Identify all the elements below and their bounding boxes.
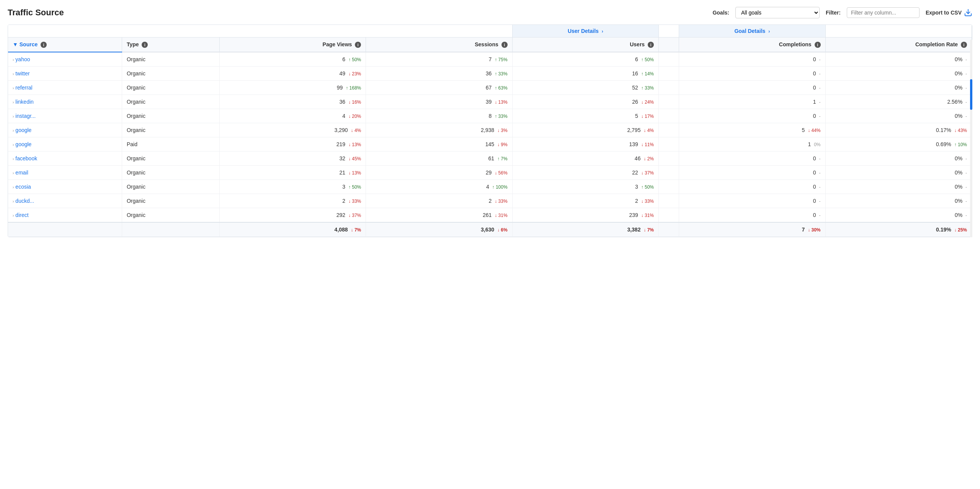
source-cell[interactable]: ›google <box>8 137 122 152</box>
source-cell[interactable]: ›ecosia <box>8 180 122 194</box>
trend-neutral: - <box>819 199 821 204</box>
source-cell[interactable]: ›duckd... <box>8 194 122 208</box>
table-row: ›twitter Organic 49 ↓ 23% 36 ↑ 33% 16 ↑ … <box>8 67 972 81</box>
expand-arrow[interactable]: › <box>13 129 14 133</box>
col-page-views[interactable]: Page Views i <box>219 37 366 52</box>
completion-rate-cell: 0% - <box>825 152 972 166</box>
table-row: ›facebook Organic 32 ↓ 45% 61 ↑ 7% 46 ↓ … <box>8 152 972 166</box>
completion-rate-cell: 0% - <box>825 109 972 123</box>
trend-up: ↑ 50% <box>641 184 654 190</box>
expand-arrow[interactable]: › <box>13 143 14 147</box>
trend-down: ↓ 37% <box>348 213 361 218</box>
expand-arrow[interactable]: › <box>13 86 14 90</box>
expand-arrow[interactable]: › <box>13 114 14 119</box>
trend-neutral: - <box>819 114 821 119</box>
trend-neutral: - <box>965 199 967 204</box>
completions-info-icon[interactable]: i <box>815 42 821 48</box>
goal-details-group[interactable]: Goal Details › <box>679 25 825 37</box>
totals-sessions: 3,630 ↓ 6% <box>366 222 512 237</box>
source-cell[interactable]: ›email <box>8 166 122 180</box>
scrollbar-track[interactable] <box>970 40 972 237</box>
type-cell: Organic <box>122 52 219 67</box>
page-views-cell: 219 ↓ 13% <box>219 137 366 152</box>
type-info-icon[interactable]: i <box>142 42 148 48</box>
filter-label: Filter: <box>826 10 841 16</box>
page-views-cell: 4 ↓ 20% <box>219 109 366 123</box>
page-views-cell: 49 ↓ 23% <box>219 67 366 81</box>
sessions-info-icon[interactable]: i <box>501 42 508 48</box>
completions-cell: 0 - <box>679 152 825 166</box>
col-sessions[interactable]: Sessions i <box>366 37 512 52</box>
expand-arrow[interactable]: › <box>13 199 14 204</box>
expand-arrow[interactable]: › <box>13 157 14 161</box>
trend-up: ↑ 63% <box>495 85 507 91</box>
trend-neutral: - <box>819 99 821 105</box>
expand-arrow[interactable]: › <box>13 185 14 189</box>
page-views-info-icon[interactable]: i <box>355 42 361 48</box>
trend-down: ↓ 7% <box>351 227 361 233</box>
source-cell[interactable]: ›google <box>8 123 122 137</box>
page-title: Traffic Source <box>8 8 712 18</box>
trend-neutral: - <box>819 170 821 176</box>
expand-arrow[interactable]: › <box>13 171 14 175</box>
download-icon <box>964 8 972 17</box>
trend-neutral: - <box>819 213 821 218</box>
trend-down: ↓ 33% <box>641 199 654 204</box>
page-views-cell: 3 ↑ 50% <box>219 180 366 194</box>
col-spacer-cell <box>659 52 679 67</box>
filter-input[interactable] <box>847 7 920 18</box>
trend-neutral: - <box>965 184 967 190</box>
source-cell[interactable]: ›direct <box>8 208 122 223</box>
col-type[interactable]: Type i <box>122 37 219 52</box>
table-row: ›duckd... Organic 2 ↓ 33% 2 ↓ 33% 2 ↓ 33… <box>8 194 972 208</box>
completion-rate-info-icon[interactable]: i <box>961 42 967 48</box>
trend-down: ↓ 31% <box>641 213 654 218</box>
empty-last <box>825 25 972 37</box>
col-spacer-cell <box>659 81 679 95</box>
source-cell[interactable]: ›yahoo <box>8 52 122 67</box>
type-cell: Organic <box>122 180 219 194</box>
col-users[interactable]: Users i <box>512 37 658 52</box>
page-views-cell: 6 ↑ 50% <box>219 52 366 67</box>
trend-up: ↑ 50% <box>348 57 361 62</box>
empty-group-header <box>8 25 512 37</box>
users-info-icon[interactable]: i <box>648 42 654 48</box>
col-completion-rate[interactable]: Completion Rate i <box>825 37 972 52</box>
trend-down: ↓ 9% <box>497 142 508 147</box>
trend-down: ↓ 2% <box>644 156 654 161</box>
source-cell[interactable]: ›twitter <box>8 67 122 81</box>
trend-up: ↑ 50% <box>641 57 654 62</box>
expand-arrow[interactable]: › <box>13 72 14 76</box>
trend-down: ↓ 44% <box>808 128 820 133</box>
trend-down: ↓ 23% <box>348 71 361 77</box>
sessions-cell: 36 ↑ 33% <box>366 67 512 81</box>
source-cell[interactable]: ›facebook <box>8 152 122 166</box>
users-cell: 26 ↓ 24% <box>512 95 658 109</box>
goals-select[interactable]: All goals Goal 1 Goal 2 <box>735 7 820 18</box>
totals-users: 3,382 ↓ 7% <box>512 222 658 237</box>
users-cell: 2 ↓ 33% <box>512 194 658 208</box>
expand-arrow[interactable]: › <box>13 214 14 218</box>
col-spacer-cell <box>659 67 679 81</box>
trend-neutral: - <box>965 156 967 161</box>
type-cell: Organic <box>122 166 219 180</box>
col-source[interactable]: ▼ Source i <box>8 37 122 52</box>
expand-arrow[interactable]: › <box>13 100 14 104</box>
user-details-group[interactable]: User Details › <box>512 25 658 37</box>
users-cell: 46 ↓ 2% <box>512 152 658 166</box>
trend-neutral: - <box>819 85 821 91</box>
expand-arrow[interactable]: › <box>13 58 14 62</box>
export-csv-button[interactable]: Export to CSV <box>926 8 972 17</box>
type-cell: Organic <box>122 152 219 166</box>
trend-up: ↑ 33% <box>495 71 507 77</box>
trend-down: ↓ 16% <box>348 99 361 105</box>
source-cell[interactable]: ›instagr... <box>8 109 122 123</box>
source-info-icon[interactable]: i <box>41 42 47 48</box>
source-cell[interactable]: ›referral <box>8 81 122 95</box>
source-cell[interactable]: ›linkedin <box>8 95 122 109</box>
page-views-cell: 21 ↓ 13% <box>219 166 366 180</box>
completions-cell: 1 - <box>679 95 825 109</box>
completions-cell: 0 - <box>679 52 825 67</box>
scrollbar-thumb[interactable] <box>970 79 972 110</box>
col-completions[interactable]: Completions i <box>679 37 825 52</box>
